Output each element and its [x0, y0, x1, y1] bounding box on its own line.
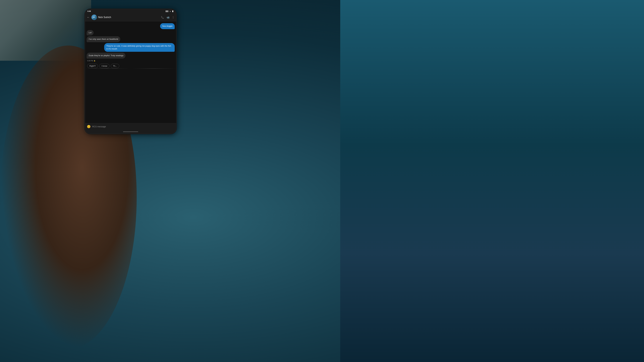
video-icon[interactable]: 📹	[166, 16, 170, 19]
input-bar: 😊 RCS message	[85, 123, 176, 130]
status-time: 6:08	[88, 10, 91, 12]
background-right	[340, 0, 644, 362]
message-timestamp: 6:08 PM 🔒	[86, 59, 96, 62]
message-row-1: Sea doggie	[86, 23, 175, 29]
avatar: NS	[92, 14, 97, 20]
timestamp-row: 6:08 PM 🔒	[86, 59, 175, 62]
messages-area: Sea doggie Lol I've only seen them at Se…	[85, 21, 176, 123]
status-icons: ▌▌▌ ▲ ▐▌	[166, 10, 174, 12]
message-bubble-2: Lol	[86, 30, 94, 35]
message-row-2: Lol	[86, 30, 175, 35]
message-bubble-3: I've only seen them at SeaWorld	[86, 36, 120, 42]
phone-icon[interactable]: 📞	[161, 16, 164, 19]
battery-icon: ▐▌	[172, 10, 174, 12]
message-bubble-1: Sea doggie	[160, 23, 175, 29]
signal-icon: ▌▌▌	[166, 10, 168, 12]
message-row-3: I've only seen them at SeaWorld	[86, 36, 175, 42]
wifi-icon: ▲	[170, 10, 171, 12]
back-button[interactable]: ←	[86, 15, 90, 19]
home-indicator	[123, 131, 138, 132]
emoji-button[interactable]: 😊	[87, 125, 91, 128]
message-input[interactable]: RCS message	[92, 125, 174, 128]
quick-reply-0[interactable]: Right?!	[87, 64, 98, 68]
phone-hinge	[85, 68, 176, 69]
nav-bar	[85, 130, 176, 134]
chat-header: ← NS Nick Sutrich 📞 📹 ⋮	[85, 13, 176, 21]
phone-body: 6:08 ▌▌▌ ▲ ▐▌ ← NS Nick Sutrich 📞 📹 ⋮ Se…	[85, 9, 176, 134]
status-bar: 6:08 ▌▌▌ ▲ ▐▌	[85, 9, 176, 13]
more-icon[interactable]: ⋮	[172, 16, 174, 19]
message-bubble-5: Dude they're so playful. Truly seadogs	[86, 53, 126, 59]
quick-reply-2[interactable]: Th...	[111, 64, 119, 68]
message-row-5: Dude they're so playful. Truly seadogs	[86, 53, 175, 59]
lock-icon: 🔒	[94, 60, 96, 61]
contact-name: Nick Sutrich	[98, 16, 160, 19]
header-actions: 📞 📹 ⋮	[161, 16, 174, 19]
message-row-4: They're so cute. It was definitely givin…	[86, 43, 175, 52]
quick-reply-1[interactable]: I know	[99, 64, 110, 68]
message-bubble-4: They're so cute. It was definitely givin…	[104, 43, 175, 52]
